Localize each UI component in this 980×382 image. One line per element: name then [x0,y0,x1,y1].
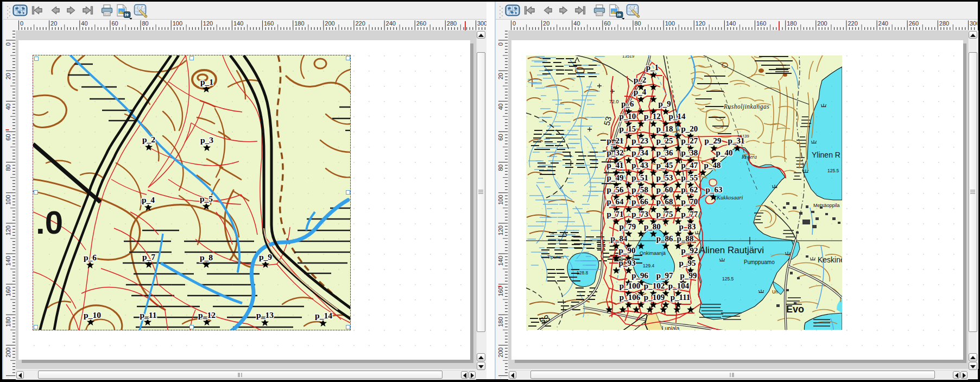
svg-text:160: 160 [756,20,766,27]
svg-text:140: 140 [498,256,504,266]
svg-text:20: 20 [50,20,57,27]
svg-text:120: 120 [696,20,705,27]
svg-text:120: 120 [203,20,213,27]
svg-text:220: 220 [355,20,365,27]
svg-text:100: 100 [665,20,675,27]
svg-text:180: 180 [498,317,504,327]
svg-text:80: 80 [635,20,641,27]
svg-text:60: 60 [604,20,610,27]
svg-text:40: 40 [81,20,87,27]
svg-text:180: 180 [5,317,11,327]
svg-text:20: 20 [5,73,11,79]
svg-text:100: 100 [498,195,504,205]
svg-text:40: 40 [5,103,11,110]
svg-text:260: 260 [909,20,919,27]
svg-text:220: 220 [848,20,857,27]
svg-text:200: 200 [325,20,334,27]
svg-text:180: 180 [787,20,796,27]
svg-text:60: 60 [111,20,118,27]
svg-text:160: 160 [498,286,504,296]
svg-text:300: 300 [477,20,486,27]
svg-text:280: 280 [447,20,457,27]
svg-text:0: 0 [5,42,11,46]
svg-text:160: 160 [264,20,274,27]
svg-text:20: 20 [543,20,549,27]
svg-text:120: 120 [498,226,504,235]
svg-text:260: 260 [416,20,426,27]
svg-text:40: 40 [498,103,504,110]
svg-text:180: 180 [294,20,304,27]
svg-text:60: 60 [498,134,504,140]
svg-text:0: 0 [498,42,504,46]
svg-text:160: 160 [5,286,11,296]
svg-text:0: 0 [20,20,23,27]
svg-text:140: 140 [726,20,736,27]
svg-text:40: 40 [573,20,580,27]
svg-text:80: 80 [498,165,504,171]
svg-text:100: 100 [5,195,11,205]
svg-text:220: 220 [498,378,504,378]
svg-text:300: 300 [970,20,977,27]
svg-text:200: 200 [5,347,11,357]
svg-text:120: 120 [5,226,11,235]
svg-text:60: 60 [5,134,11,140]
svg-text:280: 280 [939,20,949,27]
svg-text:140: 140 [233,20,243,27]
svg-text:200: 200 [817,20,827,27]
svg-text:100: 100 [173,20,182,27]
svg-text:240: 240 [386,20,396,27]
svg-text:80: 80 [5,165,11,171]
svg-text:80: 80 [142,20,149,27]
svg-text:0: 0 [513,20,516,27]
svg-text:200: 200 [498,347,504,357]
svg-text:20: 20 [498,73,504,79]
svg-text:240: 240 [878,20,888,27]
svg-text:220: 220 [5,378,11,378]
svg-text:140: 140 [5,256,11,266]
